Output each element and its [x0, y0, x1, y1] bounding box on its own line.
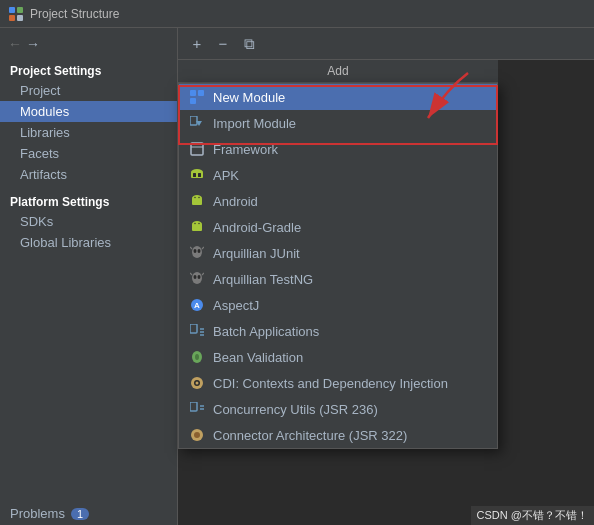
sidebar-problems[interactable]: Problems 1 — [0, 502, 177, 525]
svg-rect-3 — [17, 15, 23, 21]
aspectj-icon: A — [189, 297, 205, 313]
svg-rect-7 — [190, 116, 197, 125]
svg-rect-20 — [192, 224, 202, 231]
svg-point-43 — [196, 382, 199, 385]
arquillian-testng-icon — [189, 271, 205, 287]
svg-rect-16 — [192, 198, 202, 205]
nav-back[interactable]: ← — [8, 36, 22, 52]
svg-point-18 — [198, 197, 199, 198]
title-bar: Project Structure — [0, 0, 594, 28]
sidebar-item-libraries[interactable]: Libraries — [0, 122, 177, 143]
dropdown-item-concurrency[interactable]: Concurrency Utils (JSR 236) — [179, 396, 497, 422]
toolbar: + − ⧉ — [178, 28, 594, 60]
dropdown-item-framework[interactable]: Framework — [179, 136, 497, 162]
svg-line-27 — [202, 247, 204, 249]
svg-line-31 — [190, 273, 192, 275]
sidebar-item-artifacts[interactable]: Artifacts — [0, 164, 177, 185]
dropdown-item-arquillian-testng[interactable]: Arquillian TestNG — [179, 266, 497, 292]
svg-point-24 — [194, 249, 197, 253]
problems-label: Problems — [10, 506, 65, 521]
add-button[interactable]: + — [186, 33, 208, 55]
dropdown-item-apk[interactable]: APK — [179, 162, 497, 188]
android-icon — [189, 193, 205, 209]
title-text: Project Structure — [30, 7, 119, 21]
cdi-icon — [189, 375, 205, 391]
copy-button[interactable]: ⧉ — [238, 33, 260, 55]
svg-rect-35 — [190, 324, 197, 333]
svg-point-17 — [194, 197, 195, 198]
dropdown-item-android-gradle[interactable]: Android-Gradle — [179, 214, 497, 240]
dropdown-item-connector[interactable]: Connector Architecture (JSR 322) — [179, 422, 497, 448]
svg-line-26 — [190, 247, 192, 249]
apk-icon — [189, 167, 205, 183]
svg-rect-9 — [191, 143, 203, 155]
content-area: + − ⧉ Add New Module — [178, 28, 594, 525]
svg-rect-5 — [198, 90, 204, 96]
svg-point-29 — [194, 275, 197, 279]
svg-point-22 — [198, 223, 199, 224]
bean-validation-icon — [189, 349, 205, 365]
svg-point-48 — [194, 432, 200, 438]
dropdown-item-batch[interactable]: Batch Applications — [179, 318, 497, 344]
module-icon — [189, 89, 205, 105]
watermark: CSDN @不错？不错！ — [471, 506, 594, 525]
svg-rect-12 — [191, 172, 203, 178]
sidebar-item-project[interactable]: Project — [0, 80, 177, 101]
concurrency-icon — [189, 401, 205, 417]
sidebar-item-global-libraries[interactable]: Global Libraries — [0, 232, 177, 253]
svg-rect-0 — [9, 7, 15, 13]
add-dropdown: Add New Module — [178, 60, 498, 449]
svg-rect-2 — [9, 15, 15, 21]
import-module-icon — [189, 115, 205, 131]
android-gradle-icon — [189, 219, 205, 235]
dropdown-item-android[interactable]: Android — [179, 188, 497, 214]
dropdown-item-import-module[interactable]: Import Module — [179, 110, 497, 136]
svg-line-32 — [202, 273, 204, 275]
svg-point-25 — [198, 249, 201, 253]
dropdown-header: Add — [178, 60, 498, 83]
framework-icon — [189, 141, 205, 157]
remove-button[interactable]: − — [212, 33, 234, 55]
sidebar-item-modules[interactable]: Modules — [0, 101, 177, 122]
arquillian-junit-icon — [189, 245, 205, 261]
svg-rect-6 — [190, 98, 196, 104]
project-settings-label: Project Settings — [0, 60, 177, 80]
connector-icon — [189, 427, 205, 443]
main-layout: ← → Project Settings Project Modules Lib… — [0, 28, 594, 525]
svg-rect-1 — [17, 7, 23, 13]
dropdown-item-new-module[interactable]: New Module — [179, 84, 497, 110]
sidebar: ← → Project Settings Project Modules Lib… — [0, 28, 178, 525]
sidebar-item-facets[interactable]: Facets — [0, 143, 177, 164]
svg-rect-14 — [198, 173, 201, 177]
sidebar-item-sdks[interactable]: SDKs — [0, 211, 177, 232]
platform-settings-label: Platform Settings — [0, 191, 177, 211]
svg-point-21 — [194, 223, 195, 224]
dropdown-menu: New Module Import Module — [178, 83, 498, 449]
nav-arrows: ← → — [0, 32, 177, 60]
svg-rect-4 — [190, 90, 196, 96]
project-structure-icon — [8, 6, 24, 22]
svg-rect-13 — [193, 173, 196, 177]
dropdown-item-arquillian-junit[interactable]: Arquillian JUnit — [179, 240, 497, 266]
svg-rect-44 — [190, 402, 197, 411]
dropdown-item-cdi[interactable]: CDI: Contexts and Dependency Injection — [179, 370, 497, 396]
svg-point-28 — [192, 272, 202, 284]
svg-point-40 — [195, 354, 199, 360]
nav-forward[interactable]: → — [26, 36, 40, 52]
problems-badge: 1 — [71, 508, 89, 520]
svg-point-23 — [192, 246, 202, 258]
dropdown-item-aspectj[interactable]: A AspectJ — [179, 292, 497, 318]
svg-text:A: A — [194, 301, 200, 310]
batch-icon — [189, 323, 205, 339]
svg-point-30 — [198, 275, 201, 279]
dropdown-item-bean-validation[interactable]: Bean Validation — [179, 344, 497, 370]
